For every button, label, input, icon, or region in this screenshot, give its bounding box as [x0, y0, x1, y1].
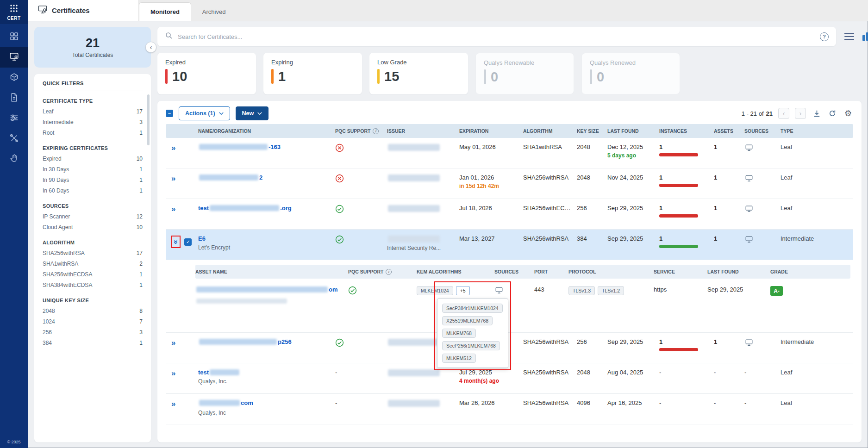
monitor-source-icon[interactable]	[744, 235, 781, 245]
sidebar-item-tools[interactable]	[0, 129, 28, 149]
column-header-sources[interactable]: SOURCES	[744, 128, 781, 134]
filter-item-keysize-2048[interactable]: 20488	[43, 306, 143, 317]
kem-more-chip[interactable]: +5	[456, 286, 470, 295]
select-all-checkbox[interactable]	[166, 110, 173, 117]
column-header-service[interactable]: SERVICE	[654, 269, 707, 274]
previous-page-button[interactable]	[778, 108, 789, 119]
filter-item-in-30-days[interactable]: In 30 Days1	[43, 164, 143, 175]
new-button[interactable]: New	[236, 106, 269, 120]
filter-item-sha256withecdsa[interactable]: SHA256withECDSA1	[43, 269, 143, 280]
column-header-key-size[interactable]: KEY SIZE	[577, 128, 607, 134]
stat-card-value: 0	[597, 70, 604, 84]
column-header-protocol[interactable]: PROTOCOL	[568, 269, 654, 274]
certificate-name-link[interactable]: com	[198, 399, 253, 406]
column-header-sources[interactable]: SOURCES	[494, 269, 534, 274]
column-header-grade[interactable]: GRADE	[770, 269, 850, 274]
filter-item-leaf[interactable]: Leaf17	[43, 106, 143, 117]
actions-button[interactable]: Actions (1)	[179, 106, 230, 120]
download-icon[interactable]	[812, 108, 822, 118]
table-row[interactable]: 2 Jan 01, 2026in 15d 12h 42m SHA256withR…	[166, 168, 853, 199]
filter-item-sha384withecdsa[interactable]: SHA384withECDSA1	[43, 280, 143, 291]
sidebar-item-documents[interactable]	[0, 88, 28, 108]
menu-icon[interactable]	[844, 33, 854, 40]
table-row[interactable]: test.org Jul 18, 2026 SHA256withECDSA 25…	[166, 199, 853, 230]
filter-item-in-60-days[interactable]: In 60 Days1	[43, 186, 143, 196]
refresh-icon[interactable]	[827, 108, 837, 118]
monitor-source-icon[interactable]	[494, 286, 534, 296]
monitor-source-icon[interactable]	[744, 205, 781, 214]
scrollbar[interactable]	[147, 94, 150, 145]
filter-item-in-90-days[interactable]: In 90 Days1	[43, 175, 143, 186]
filter-item-expired[interactable]: Expired10	[43, 154, 143, 164]
filter-item-sha1withrsa[interactable]: SHA1withRSA2	[43, 259, 143, 269]
column-header-pqc[interactable]: PQC SUPPORT	[335, 128, 387, 134]
column-header-port[interactable]: PORT	[534, 269, 568, 274]
tab-monitored[interactable]: Monitored	[139, 2, 191, 21]
table-row[interactable]: -163 May 01, 2026 SHA1withRSA 2048 Dec 1…	[166, 138, 853, 168]
sidebar-item-inventory[interactable]	[0, 68, 28, 88]
expand-row-icon[interactable]	[171, 205, 175, 213]
column-header-expiration[interactable]: EXPIRATION	[459, 128, 523, 134]
column-header-last-found[interactable]: LAST FOUND	[707, 269, 770, 274]
info-icon[interactable]	[386, 269, 392, 275]
column-header-algorithm[interactable]: ALGORITHM	[523, 128, 577, 134]
expand-row-icon[interactable]	[171, 369, 175, 377]
filter-item-keysize-256[interactable]: 2563	[43, 327, 143, 338]
column-header-name[interactable]: NAME/ORGANIZATION	[198, 128, 335, 134]
certificate-name-link[interactable]: test.org	[198, 205, 292, 212]
certificate-name-link[interactable]: 2	[198, 174, 262, 181]
filter-item-keysize-1024[interactable]: 10247	[43, 317, 143, 327]
column-header-type[interactable]: TYPE	[781, 128, 853, 134]
stat-card-low-grade[interactable]: Low Grade 15	[369, 53, 468, 94]
sidebar-item-remediation[interactable]	[0, 149, 28, 169]
column-header-pqc[interactable]: PQC SUPPORT	[348, 269, 417, 275]
sidebar-item-dashboard[interactable]	[0, 27, 28, 47]
filter-item-intermediate[interactable]: Intermediate3	[43, 117, 143, 128]
expand-row-icon[interactable]	[171, 400, 175, 408]
table-row[interactable]: com Qualys, Inc - Mar 26, 2026 SHA256wit…	[166, 394, 853, 424]
sidebar-item-configuration[interactable]	[0, 108, 28, 129]
info-icon[interactable]	[373, 128, 379, 134]
certificate-name-link[interactable]: -163	[198, 143, 281, 150]
collapse-panel-button[interactable]	[145, 42, 156, 53]
table-row-selected[interactable]: E6 Let's Encrypt Internet Security Re...…	[166, 230, 853, 260]
column-header-kem-algorithms[interactable]: KEM ALGORITHMS	[417, 269, 494, 274]
view-toggle-icon[interactable]	[862, 32, 868, 41]
filter-item-ip-scanner[interactable]: IP Scanner12	[43, 212, 143, 222]
monitor-source-icon[interactable]	[744, 143, 781, 153]
monitor-source-icon[interactable]	[744, 174, 781, 184]
search-input[interactable]	[178, 33, 815, 40]
expand-row-icon[interactable]	[171, 144, 175, 152]
help-icon[interactable]	[820, 32, 829, 41]
kem-algorithms-popup: SecP384r1MLKEM1024 X25519MLKEM768 MLKEM7…	[437, 299, 508, 368]
column-header-instances[interactable]: INSTANCES	[659, 128, 714, 134]
column-header-asset-name[interactable]: ASSET NAME	[195, 269, 348, 274]
tab-archived[interactable]: Archived	[191, 2, 237, 21]
stat-card-expiring[interactable]: Expiring 1	[263, 53, 362, 94]
certificate-name-link[interactable]: p256	[198, 338, 292, 345]
monitor-source-icon[interactable]	[744, 338, 781, 348]
filter-item-cloud-agent[interactable]: Cloud Agent10	[43, 222, 143, 233]
row-checkbox[interactable]	[184, 238, 192, 246]
column-header-assets[interactable]: ASSETS	[714, 128, 744, 134]
filter-item-keysize-384[interactable]: 3841	[43, 338, 143, 348]
key-size-cell: 4096	[577, 399, 607, 406]
expand-row-icon[interactable]	[171, 174, 175, 182]
column-header-last-found[interactable]: LAST FOUND	[607, 128, 659, 134]
filter-item-root[interactable]: Root1	[43, 128, 143, 138]
asset-row[interactable]: om MLKEM1024 +5 SecP384r1MLKEM1024 X2551…	[195, 279, 850, 325]
table-row[interactable]: test Qualys, Inc. - Jul 29, 20254 month(…	[166, 363, 853, 394]
stat-card-expired[interactable]: Expired 10	[157, 53, 256, 94]
asset-name-link[interactable]: om	[195, 286, 338, 293]
settings-gear-icon[interactable]: ⚙	[843, 108, 853, 118]
app-switcher[interactable]: CERT	[0, 0, 28, 24]
collapse-row-icon[interactable]	[172, 240, 180, 243]
sidebar-item-certificates[interactable]	[0, 47, 28, 68]
certificate-name-link[interactable]: E6	[198, 235, 206, 242]
table-row[interactable]: p256 SHA256withRSA 256 Sep 29, 2025 1 1 …	[166, 333, 853, 363]
filter-item-sha256withrsa[interactable]: SHA256withRSA17	[43, 248, 143, 259]
expand-row-icon[interactable]	[171, 339, 175, 347]
next-page-button[interactable]	[795, 108, 806, 119]
certificate-name-link[interactable]: test	[198, 369, 240, 376]
column-header-issuer[interactable]: ISSUER	[387, 128, 459, 134]
